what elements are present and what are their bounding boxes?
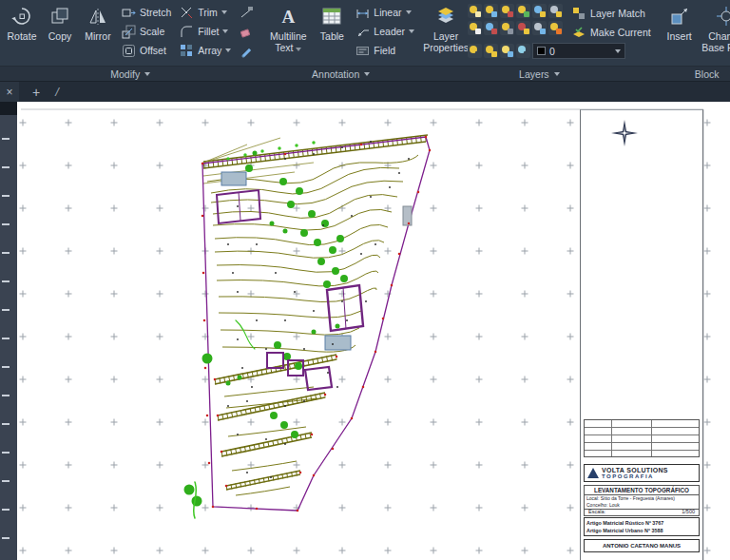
panel-block: Insert ChangeBase Point Block <box>658 0 730 81</box>
layer-tool-grid <box>468 2 564 42</box>
change-base-point-label: ChangeBase Point <box>701 30 730 53</box>
layer-walk-icon[interactable] <box>532 4 547 18</box>
leader-dropdown-icon[interactable] <box>409 29 414 33</box>
match-properties-button[interactable] <box>235 41 258 60</box>
layer-properties-button[interactable]: LayerProperties <box>424 2 468 66</box>
new-tab-icon[interactable]: + <box>32 85 40 100</box>
layer-match-button[interactable]: Layer Match <box>567 4 655 23</box>
linear-dimension-icon <box>355 5 370 20</box>
field-button[interactable]: Field <box>351 41 418 60</box>
leader-button[interactable]: Leader <box>351 22 418 41</box>
linear-dropdown-icon[interactable] <box>406 10 412 14</box>
survey-points-black <box>228 142 409 477</box>
scale-button[interactable]: Scale <box>117 22 175 41</box>
layer-freeze-vp-icon[interactable] <box>532 21 547 35</box>
offset-button[interactable]: Offset <box>117 41 175 60</box>
layer-unlock-icon[interactable] <box>500 21 514 35</box>
layer-select-dropdown[interactable]: 0 <box>532 43 625 59</box>
make-current-label: Make Current <box>590 27 651 38</box>
modify-col-tools <box>235 2 258 66</box>
revision-table-row <box>585 451 699 458</box>
rotate-button[interactable]: Rotate <box>3 2 41 66</box>
layer-states-icon[interactable] <box>548 4 563 18</box>
layers-match-col: Layer Match Make Current <box>567 2 655 42</box>
layer-match-label: Layer Match <box>590 8 645 19</box>
ruler-corner <box>0 102 17 115</box>
insert-icon <box>667 4 692 29</box>
panel-label-block[interactable]: Block <box>658 66 730 81</box>
erase-button[interactable] <box>235 22 258 41</box>
bulb-icon[interactable] <box>468 44 482 58</box>
mirror-label: Mirror <box>85 30 110 42</box>
field-icon <box>355 43 370 58</box>
layer-freeze-icon[interactable] <box>484 4 498 18</box>
layer-unisolate-icon[interactable] <box>516 21 530 35</box>
linear-dimension-button[interactable]: Linear <box>351 3 418 22</box>
panel-annotation-body: A Multiline Text Table Linear <box>260 0 421 66</box>
panel-modify-expand-icon <box>144 72 150 76</box>
modify-col-2: Trim Fillet Array <box>175 2 235 66</box>
array-dropdown-icon[interactable] <box>225 48 231 52</box>
company-logo: VOLTA SOLUTIONS TOPOGRAFIA <box>584 464 700 482</box>
tab-slash-icon[interactable]: / <box>55 85 59 99</box>
stretch-label: Stretch <box>140 7 171 18</box>
panel-label-layers-text: Layers <box>519 68 549 80</box>
layer-properties-label: LayerProperties <box>423 30 469 53</box>
make-current-button[interactable]: Make Current <box>567 23 655 42</box>
insert-label: Insert <box>667 30 692 42</box>
freeze-icon[interactable] <box>516 44 530 58</box>
layer-off-icon[interactable] <box>468 4 482 18</box>
array-button[interactable]: Array <box>175 41 235 60</box>
table-button[interactable]: Table <box>313 2 351 66</box>
sun-vp-icon[interactable] <box>500 44 514 58</box>
layers-tools: Layer Match Make Current <box>468 2 655 42</box>
multiline-text-icon: A <box>276 4 300 29</box>
panel-block-body: Insert ChangeBase Point <box>658 0 730 66</box>
revision-table-row <box>585 443 699 451</box>
north-arrow-icon <box>607 116 642 154</box>
modify-col-1: Stretch Scale Offset <box>117 2 175 66</box>
panel-layers-expand-icon <box>554 72 560 76</box>
layer-on-icon[interactable] <box>468 21 482 35</box>
erase-icon <box>239 24 254 39</box>
insert-button[interactable]: Insert <box>661 2 699 66</box>
scale-label: Scale <box>140 26 164 37</box>
layer-isolate-icon[interactable] <box>516 4 530 18</box>
change-base-point-button[interactable]: ChangeBase Point <box>699 2 730 66</box>
offset-icon <box>121 43 136 58</box>
revision-table-row <box>585 428 699 435</box>
drawing-canvas[interactable]: VOLTA SOLUTIONS TOPOGRAFIA LEVANTAMENTO … <box>0 102 730 560</box>
article-rows: Artigo Matricial Rústico Nº 3767 Artigo … <box>584 517 700 536</box>
trim-button[interactable]: Trim <box>175 3 235 22</box>
revision-table-row <box>585 435 699 443</box>
make-current-icon <box>571 25 586 40</box>
fillet-dropdown-icon[interactable] <box>222 29 228 33</box>
fillet-icon <box>179 24 194 39</box>
layer-lock-icon[interactable] <box>500 4 514 18</box>
close-tab-icon[interactable]: × <box>0 82 19 103</box>
stretch-button[interactable]: Stretch <box>117 3 175 22</box>
panel-label-block-text: Block <box>695 68 720 80</box>
set-bylayer-button[interactable] <box>235 3 258 22</box>
array-icon <box>179 43 194 58</box>
copy-button[interactable]: Copy <box>41 2 79 66</box>
copy-label: Copy <box>48 30 72 42</box>
layer-merge-icon[interactable] <box>548 21 563 35</box>
panel-layers-body: LayerProperties <box>421 0 658 66</box>
layer-properties-icon <box>433 4 458 29</box>
mirror-button[interactable]: Mirror <box>79 2 117 66</box>
multiline-text-button[interactable]: A Multiline Text <box>263 2 313 66</box>
contour-lines <box>207 155 418 495</box>
panel-label-layers[interactable]: Layers <box>421 66 658 81</box>
fillet-button[interactable]: Fillet <box>175 22 235 41</box>
layers-right: Layer Match Make Current <box>468 2 655 66</box>
panel-label-annotation[interactable]: Annotation <box>260 66 421 81</box>
offset-label: Offset <box>140 45 166 56</box>
sun-icon[interactable] <box>484 44 498 58</box>
ribbon: Rotate Copy Mirror S <box>0 0 730 81</box>
panel-annotation-expand-icon <box>364 72 370 76</box>
panel-label-modify[interactable]: Modify <box>0 66 260 81</box>
revision-table-row <box>585 420 699 428</box>
trim-dropdown-icon[interactable] <box>221 10 227 14</box>
layer-thaw-icon[interactable] <box>484 21 498 35</box>
